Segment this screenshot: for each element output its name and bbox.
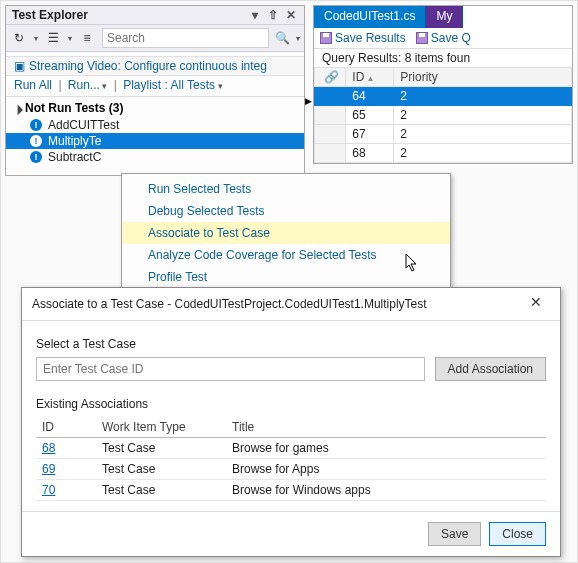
test-item-selected[interactable]: ! MultiplyTe xyxy=(6,133,304,149)
tab-secondary[interactable]: My xyxy=(426,6,463,28)
save-button[interactable]: Save xyxy=(428,522,481,546)
dropdown-icon[interactable]: ▾ xyxy=(248,8,262,22)
test-item[interactable]: ! SubtractC xyxy=(6,149,304,165)
col-id[interactable]: ID xyxy=(346,68,394,87)
video-icon: ▣ xyxy=(14,59,25,73)
test-item-label: AddCUITTest xyxy=(48,118,119,132)
test-explorer-title: Test Explorer xyxy=(12,8,88,22)
table-row[interactable]: 652 xyxy=(315,106,572,125)
add-association-button[interactable]: Add Association xyxy=(435,357,546,381)
col-id[interactable]: ID xyxy=(36,417,96,438)
ctx-run-selected[interactable]: Run Selected Tests xyxy=(122,178,450,200)
row-selector-header[interactable]: 🔗 xyxy=(315,68,346,87)
status-icon: ! xyxy=(30,151,42,163)
associations-table: ID Work Item Type Title 68Test CaseBrows… xyxy=(36,417,546,501)
close-icon[interactable]: ✕ xyxy=(284,8,298,22)
id-link[interactable]: 68 xyxy=(42,441,55,455)
table-row[interactable]: 70Test CaseBrowse for Windows apps xyxy=(36,480,546,501)
dialog-close-icon[interactable]: ✕ xyxy=(522,294,550,314)
tab-codeduitest[interactable]: CodedUITest1.cs xyxy=(314,6,426,28)
dialog-title: Associate to a Test Case - CodedUITestPr… xyxy=(32,297,427,311)
cell-priority: 2 xyxy=(394,87,572,106)
status-icon: ! xyxy=(30,119,42,131)
cell-title: Browse for Apps xyxy=(226,459,546,480)
associate-dialog: Associate to a Test Case - CodedUITestPr… xyxy=(21,287,561,557)
save-results-label: Save Results xyxy=(335,31,406,45)
list-icon[interactable]: ≡ xyxy=(78,30,96,46)
streaming-label: Streaming Video: Configure continuous in… xyxy=(29,59,267,73)
save-q-label: Save Q xyxy=(431,31,471,45)
col-title[interactable]: Title xyxy=(226,417,546,438)
query-results-grid[interactable]: 🔗 ID Priority 642 652 672 682 xyxy=(314,67,572,163)
playlist-link[interactable]: Playlist : All Tests xyxy=(123,78,222,92)
cell-priority: 2 xyxy=(394,106,572,125)
cell-priority: 2 xyxy=(394,144,572,163)
document-panel: CodedUITest1.cs My Save Results Save Q Q… xyxy=(313,5,573,164)
test-item-label: MultiplyTe xyxy=(48,134,101,148)
col-priority[interactable]: Priority xyxy=(394,68,572,87)
document-tabs: CodedUITest1.cs My xyxy=(314,6,572,28)
cell-id: 67 xyxy=(346,125,394,144)
cell-id: 64 xyxy=(346,87,394,106)
ctx-profile-test[interactable]: Profile Test xyxy=(122,266,450,288)
col-work-item-type[interactable]: Work Item Type xyxy=(96,417,226,438)
dialog-footer: Save Close xyxy=(22,511,560,556)
save-icon xyxy=(320,32,332,44)
pin-icon[interactable]: ⇧ xyxy=(266,8,280,22)
test-explorer-panel: Test Explorer ▾ ⇧ ✕ ↻▾ ☰▾ ≡ 🔍▾ ▣ Streami… xyxy=(5,5,305,176)
streaming-video-link[interactable]: ▣ Streaming Video: Configure continuous … xyxy=(6,56,304,76)
test-item-label: SubtractC xyxy=(48,150,101,164)
test-explorer-toolbar: ↻▾ ☰▾ ≡ 🔍▾ xyxy=(6,24,304,52)
run-all-link[interactable]: Run All xyxy=(14,78,52,92)
save-results-button[interactable]: Save Results xyxy=(320,31,406,45)
ctx-associate-test-case[interactable]: Associate to Test Case xyxy=(122,222,450,244)
cell-type: Test Case xyxy=(96,459,226,480)
existing-associations-label: Existing Associations xyxy=(36,397,546,411)
test-explorer-links: Run All | Run... | Playlist : All Tests xyxy=(6,76,304,94)
ctx-debug-selected[interactable]: Debug Selected Tests xyxy=(122,200,450,222)
query-results-header: Query Results: 8 items foun xyxy=(314,49,572,67)
test-case-id-input[interactable] xyxy=(36,357,425,381)
table-row[interactable]: 69Test CaseBrowse for Apps xyxy=(36,459,546,480)
table-row[interactable]: 68Test CaseBrowse for games xyxy=(36,438,546,459)
search-input[interactable] xyxy=(102,28,269,48)
refresh-icon[interactable]: ↻ xyxy=(10,30,28,46)
test-explorer-titlebar: Test Explorer ▾ ⇧ ✕ xyxy=(6,6,304,24)
cell-id: 68 xyxy=(346,144,394,163)
link-icon: 🔗 xyxy=(324,70,339,84)
cell-title: Browse for Windows apps xyxy=(226,480,546,501)
document-toolbar: Save Results Save Q xyxy=(314,28,572,49)
group-icon[interactable]: ☰ xyxy=(44,30,62,46)
cell-title: Browse for games xyxy=(226,438,546,459)
cell-id: 65 xyxy=(346,106,394,125)
context-menu: Run Selected Tests Debug Selected Tests … xyxy=(121,173,451,293)
id-link[interactable]: 70 xyxy=(42,483,55,497)
close-button[interactable]: Close xyxy=(489,522,546,546)
table-row[interactable]: 642 xyxy=(315,87,572,106)
ctx-analyze-coverage[interactable]: Analyze Code Coverage for Selected Tests xyxy=(122,244,450,266)
cell-type: Test Case xyxy=(96,438,226,459)
cell-type: Test Case xyxy=(96,480,226,501)
test-group-header[interactable]: Not Run Tests (3) xyxy=(6,99,304,117)
status-icon: ! xyxy=(30,135,42,147)
table-row[interactable]: 682 xyxy=(315,144,572,163)
id-link[interactable]: 69 xyxy=(42,462,55,476)
search-icon[interactable]: 🔍 xyxy=(275,31,290,45)
select-test-case-label: Select a Test Case xyxy=(36,337,546,351)
dialog-titlebar: Associate to a Test Case - CodedUITestPr… xyxy=(22,288,560,321)
save-icon xyxy=(416,32,428,44)
run-link[interactable]: Run... xyxy=(68,78,108,92)
test-item[interactable]: ! AddCUITTest xyxy=(6,117,304,133)
cell-priority: 2 xyxy=(394,125,572,144)
table-row[interactable]: 672 xyxy=(315,125,572,144)
save-query-button[interactable]: Save Q xyxy=(416,31,471,45)
